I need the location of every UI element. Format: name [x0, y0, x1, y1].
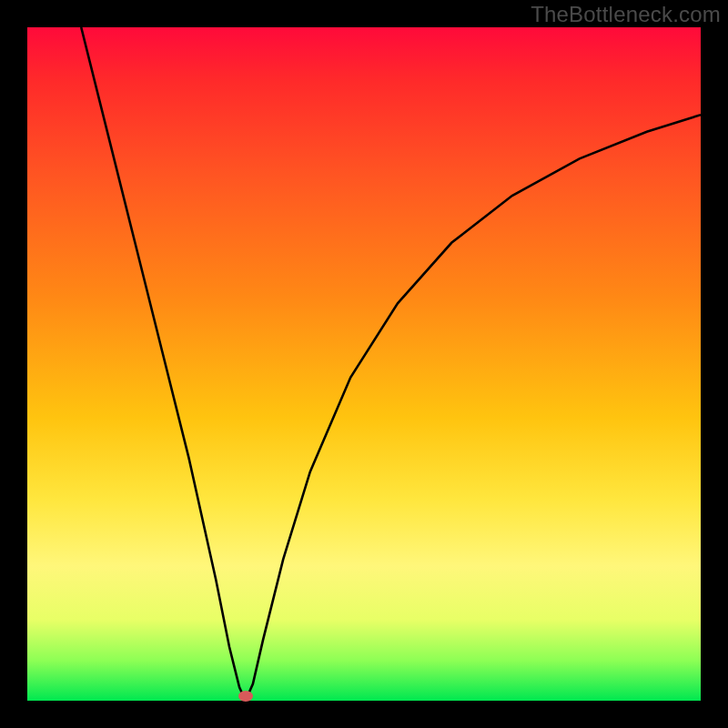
- chart-container: TheBottleneck.com: [0, 0, 728, 728]
- optimum-marker: [238, 691, 253, 702]
- curve-line: [81, 27, 701, 701]
- plot-area: [27, 27, 701, 701]
- watermark-text: TheBottleneck.com: [531, 2, 721, 27]
- curve-svg: [27, 27, 701, 701]
